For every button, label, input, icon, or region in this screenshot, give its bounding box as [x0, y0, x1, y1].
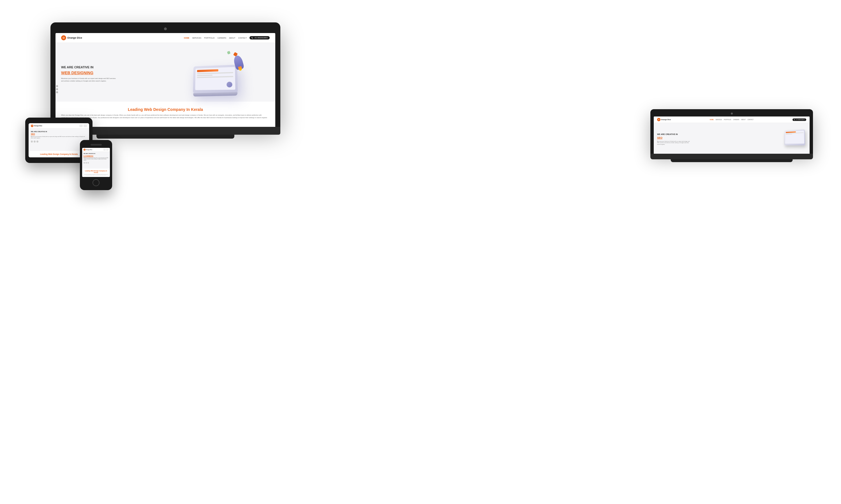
tablet-hero-subtitle: WE ARE CREATIVE IN: [31, 131, 87, 132]
desktop-hero-image: [192, 51, 243, 96]
laptop-phone-number: +91 98095508855: [796, 119, 805, 121]
desktop-logo: O Orange Dice: [61, 35, 82, 40]
laptop-nav-home[interactable]: HOME: [710, 119, 714, 121]
hero-screen-line-1: [197, 72, 233, 74]
hero-screen-line-2: [197, 74, 212, 76]
desktop-nav-portfolio[interactable]: PORTFOLIO: [204, 37, 214, 39]
laptop-hero-desc: Maximize your business in Kerala with ou…: [657, 141, 691, 145]
laptop-device: O Orange Dice HOME SERVICES PORTFOLIO CA…: [650, 109, 813, 159]
desktop-nav: O Orange Dice HOME SERVICES PORTFOLIO CA…: [55, 33, 275, 43]
tablet-nav-right: [79, 124, 87, 127]
laptop-phone-icon: [794, 119, 795, 121]
desktop-phone-button[interactable]: +91 98095508855: [250, 36, 270, 39]
laptop-hero-subtitle: WE ARE CREATIVE IN: [657, 133, 732, 136]
phone-nav-right: [103, 149, 108, 151]
leading-text: Leading: [128, 107, 143, 112]
tablet-company-text: Company: [60, 153, 69, 155]
tablet-logo-icon: O: [31, 125, 33, 127]
monitor-base: [97, 135, 234, 139]
desktop-phone-number: +91 98095508855: [254, 37, 268, 39]
desktop-hero: WE ARE CREATIVE IN WEB DESIGNING Maximiz…: [55, 43, 275, 102]
phone-nav: O Orange Dice: [82, 148, 110, 152]
laptop-nav: O Orange Dice HOME SERVICES PORTFOLIO CA…: [654, 116, 810, 123]
tablet-social-icons: [31, 141, 87, 143]
in-kerala-text: In Kerala: [186, 107, 203, 112]
scene: O Orange Dice HOME SERVICES PORTFOLIO CA…: [0, 0, 841, 504]
laptop-iso-line-2: [786, 134, 792, 135]
phone-leading-text: Leading: [85, 170, 90, 172]
tablet-leading-text: Leading: [40, 153, 48, 155]
laptop-nav-careers[interactable]: CAREERS: [733, 119, 739, 121]
phone-logo: O Orange Dice: [84, 149, 92, 151]
phone-facebook-icon[interactable]: [84, 162, 85, 163]
tablet-brand-name: Orange Dice: [34, 125, 42, 127]
hero-screen-line-3: [197, 76, 234, 78]
rocket-flame: [238, 66, 242, 71]
laptop-iso-screen: [785, 130, 804, 144]
laptop-logo-icon: O: [657, 118, 660, 121]
phone-notch: [90, 144, 102, 146]
phone-hero-title: E-COMMERCE: [84, 155, 108, 157]
laptop-nav-about[interactable]: ABOUT: [741, 119, 746, 121]
phone-home-button[interactable]: [92, 179, 100, 186]
desktop-nav-links: HOME SERVICES PORTFOLIO CAREERS ABOUT CO…: [184, 36, 270, 39]
twitter-icon[interactable]: [56, 88, 58, 90]
laptop-nav-services[interactable]: SERVICES: [716, 119, 722, 121]
tablet-in-text: In Kerala: [69, 153, 78, 155]
phone-youtube-icon[interactable]: [87, 162, 89, 163]
tablet-menu-btn-2[interactable]: [84, 124, 87, 127]
desktop-brand-name: Orange Dice: [67, 36, 82, 39]
monitor-screen: O Orange Dice HOME SERVICES PORTFOLIO CA…: [55, 33, 275, 127]
phone-hero-subtitle: WE ARE CREATIVE IN: [84, 153, 108, 155]
webdesign-text: Web Design: [144, 107, 166, 112]
tablet-hero-desc: Maximize your business in Kerala with ou…: [31, 136, 87, 139]
hero-screen-area: [195, 67, 235, 90]
phone-logo-icon: O: [84, 149, 86, 151]
laptop-keyboard: [650, 154, 813, 159]
phone-icon: [252, 37, 253, 39]
desktop-social-icons: [56, 85, 58, 93]
desktop-hero-illustration: [166, 51, 270, 96]
tablet-twitter-icon[interactable]: [34, 141, 36, 143]
phone-menu-btn-2[interactable]: [106, 149, 108, 151]
phone-leading-section: Leading Web Design Company In Kerala Max…: [82, 168, 110, 177]
desktop-nav-contact[interactable]: CONTACT: [238, 37, 247, 39]
laptop-logo: O Orange Dice: [657, 118, 671, 121]
desktop-hero-desc: Maximize your business in Kerala with ou…: [61, 77, 117, 82]
tablet-logo: O Orange Dice: [31, 125, 42, 127]
phone-section-body: Maximize your business in Kerala with ou…: [84, 174, 108, 176]
hero-laptop-body: [193, 65, 238, 93]
desktop-nav-home[interactable]: HOME: [184, 37, 189, 39]
youtube-icon[interactable]: [56, 91, 58, 93]
phone-hero: WE ARE CREATIVE IN E-COMMERCE Maximize y…: [82, 152, 110, 168]
desktop-section-heading: Leading Web Design Company In Kerala: [61, 107, 270, 112]
tablet-facebook-icon[interactable]: [31, 141, 33, 143]
monitor-frame: O Orange Dice HOME SERVICES PORTFOLIO CA…: [50, 22, 280, 127]
laptop-camera-dot: [731, 112, 733, 114]
phone-company-text: Company: [99, 170, 105, 172]
laptop-nav-contact[interactable]: CONTACT: [748, 119, 753, 121]
desktop-nav-about[interactable]: ABOUT: [229, 37, 235, 39]
hero-rocket: [231, 54, 245, 74]
phone-brand-name: Orange Dice: [86, 149, 92, 150]
laptop-screen: O Orange Dice HOME SERVICES PORTFOLIO CA…: [654, 116, 810, 154]
laptop-hero-title: SEO: [657, 137, 732, 139]
laptop-phone-button[interactable]: +91 98095508855: [792, 119, 806, 121]
tablet-hero-title: SEO: [31, 133, 87, 135]
phone-social-icons: [84, 162, 108, 163]
facebook-icon[interactable]: [56, 85, 58, 87]
laptop-hero-left: WE ARE CREATIVE IN SEO Maximize your bus…: [657, 133, 732, 145]
phone-twitter-icon[interactable]: [86, 162, 87, 163]
phone-menu-btn-1[interactable]: [103, 149, 106, 151]
phone-frame: O Orange Dice WE ARE CREATIVE IN E-COMME…: [80, 140, 112, 190]
rocket-body: [233, 55, 244, 70]
desktop-nav-services[interactable]: SERVICES: [192, 37, 201, 39]
tablet-youtube-icon[interactable]: [36, 141, 38, 143]
laptop-nav-portfolio[interactable]: PORTFOLIO: [724, 119, 731, 121]
desktop-nav-careers[interactable]: CAREERS: [218, 37, 226, 39]
tablet-section-heading: Leading Web Design Company In Kerala: [31, 153, 87, 155]
desktop-hero-left: WE ARE CREATIVE IN WEB DESIGNING Maximiz…: [61, 65, 166, 82]
laptop-nav-links: HOME SERVICES PORTFOLIO CAREERS ABOUT CO…: [710, 119, 754, 121]
tablet-menu-btn-1[interactable]: [79, 124, 83, 127]
laptop-hero: WE ARE CREATIVE IN SEO Maximize your bus…: [654, 123, 810, 154]
